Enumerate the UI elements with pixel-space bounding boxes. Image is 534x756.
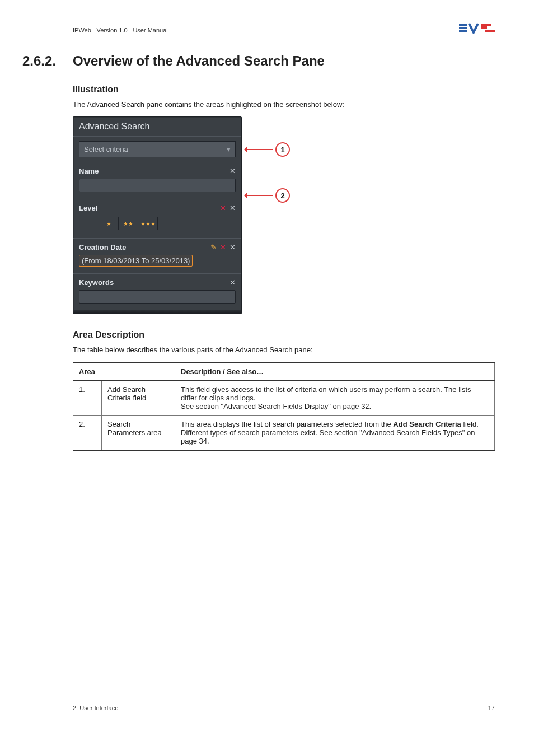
date-range: (From 18/03/2013 To 25/03/2013) xyxy=(79,255,193,267)
select-criteria-dropdown[interactable]: Select criteria ▾ xyxy=(79,141,236,157)
section-number: 2.6.2. xyxy=(22,53,56,69)
area-description-table: Area Description / See also… 1. Add Sear… xyxy=(73,362,495,451)
close-icon[interactable]: ✕ xyxy=(229,278,236,287)
criteria-block-keywords: Keywords ✕ xyxy=(73,273,241,310)
footer-page-number: 17 xyxy=(488,704,495,711)
illustration-heading: Illustration xyxy=(73,85,495,95)
close-icon[interactable]: ✕ xyxy=(229,167,236,175)
level-stars[interactable]: ★ ★★ ★★★ xyxy=(79,217,158,230)
chevron-down-icon: ▾ xyxy=(227,145,231,153)
breadcrumb: IPWeb - Version 1.0 - User Manual xyxy=(73,27,168,34)
svg-rect-0 xyxy=(459,24,467,26)
advanced-search-panel: Advanced Search Select criteria ▾ Name ✕… xyxy=(73,116,242,314)
callout-1: 1 xyxy=(245,142,290,157)
page-title: Overview of the Advanced Search Pane xyxy=(73,53,495,69)
close-icon[interactable]: ✕ xyxy=(229,204,236,212)
row-number: 1. xyxy=(73,381,102,416)
criteria-block-creation-date: Creation Date ✎ ✕ ✕ (From 18/03/2013 To … xyxy=(73,238,241,273)
panel-title: Advanced Search xyxy=(73,117,241,137)
th-description: Description / See also… xyxy=(175,362,495,381)
star-cell-1[interactable]: ★ xyxy=(99,217,119,230)
edit-icon[interactable]: ✎ xyxy=(210,243,217,251)
area-description-lead: The table below describes the various pa… xyxy=(73,346,495,354)
panel-footer xyxy=(73,310,241,314)
clear-icon[interactable]: ✕ xyxy=(220,204,226,212)
callout-number: 1 xyxy=(275,142,290,157)
svg-rect-3 xyxy=(481,24,491,26)
star-cell-2[interactable]: ★★ xyxy=(119,217,138,230)
criteria-label: Name xyxy=(79,167,99,175)
th-area: Area xyxy=(73,362,175,381)
row-number: 2. xyxy=(73,416,102,451)
svg-rect-4 xyxy=(481,26,487,29)
criteria-block-name: Name ✕ xyxy=(73,162,241,199)
table-row: 1. Add Search Criteria field This field … xyxy=(73,381,495,416)
criteria-label: Keywords xyxy=(79,278,114,287)
row-description: This field gives access to the list of c… xyxy=(175,381,495,416)
svg-rect-2 xyxy=(459,30,467,32)
brand-logo xyxy=(459,22,495,34)
criteria-label: Level xyxy=(79,204,97,212)
star-cell-0[interactable] xyxy=(79,217,99,230)
close-icon[interactable]: ✕ xyxy=(229,243,236,251)
illustration-lead: The Advanced Search pane contains the ar… xyxy=(73,100,495,109)
area-description-heading: Area Description xyxy=(73,330,495,340)
svg-rect-5 xyxy=(485,30,495,32)
footer-section: 2. User Interface xyxy=(73,704,118,711)
select-criteria-placeholder: Select criteria xyxy=(84,145,128,153)
table-row: 2. Search Parameters area This area disp… xyxy=(73,416,495,451)
criteria-label: Creation Date xyxy=(79,243,127,251)
name-input[interactable] xyxy=(79,179,236,192)
row-area-name: Add Search Criteria field xyxy=(102,381,175,416)
row-description: This area displays the list of search pa… xyxy=(175,416,495,451)
svg-rect-1 xyxy=(459,27,467,29)
criteria-block-level: Level ✕ ✕ ★ ★★ ★★★ xyxy=(73,199,241,238)
clear-icon[interactable]: ✕ xyxy=(220,243,226,251)
star-cell-3[interactable]: ★★★ xyxy=(138,217,157,230)
row-area-name: Search Parameters area xyxy=(102,416,175,451)
callout-2: 2 xyxy=(245,188,290,203)
callout-number: 2 xyxy=(275,188,290,203)
keywords-input[interactable] xyxy=(79,290,236,304)
